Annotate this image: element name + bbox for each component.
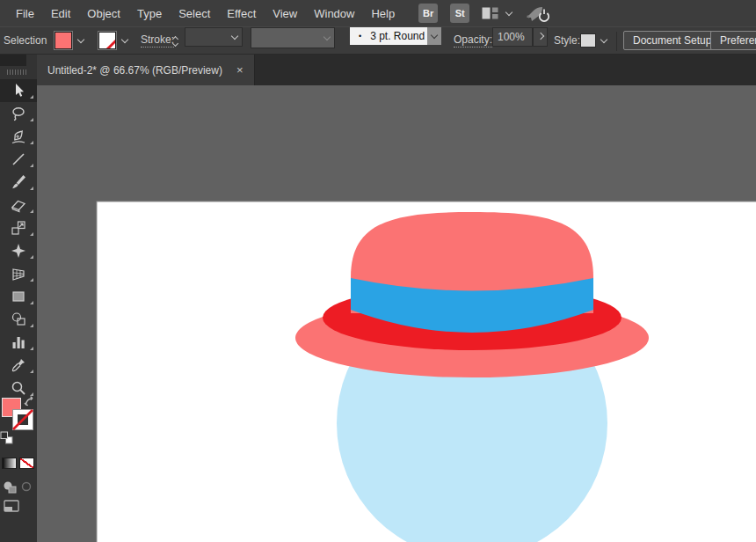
stroke-chevron-down-icon[interactable] [121,35,128,42]
variable-width-profile-dropdown[interactable] [251,27,335,48]
eraser-tool[interactable] [0,194,37,216]
tools-panel-header[interactable] [0,55,26,66]
fill-stroke-indicator [0,396,37,447]
quick-access-bar: Br St [418,4,552,23]
gradient-button[interactable] [2,458,17,469]
chevron-down-icon [323,33,331,40]
fill-chevron-down-icon[interactable] [77,35,84,42]
shape-builder-tool[interactable] [0,308,37,331]
menu-effect[interactable]: Effect [227,7,256,20]
draw-normal-icon[interactable] [3,480,17,494]
fill-color-swatch[interactable] [55,32,72,49]
line-segment-tool[interactable] [0,148,37,171]
selection-tool[interactable] [0,79,37,102]
chevron-down-icon [231,32,238,39]
stock-button[interactable]: St [450,4,469,23]
brush-preview-dot: • [359,32,361,40]
document-setup-button[interactable]: Document Setup [623,31,721,50]
lasso-tool[interactable] [0,102,37,125]
style-swatch[interactable] [580,33,596,48]
scale-tool[interactable] [0,216,37,239]
preferences-button[interactable]: Preferences [710,31,756,50]
chevron-down-icon [431,31,438,38]
paintbrush-tool[interactable] [0,171,37,194]
opacity-label[interactable]: Opacity: [454,33,492,48]
menu-view[interactable]: View [273,7,297,20]
default-fill-stroke-icon[interactable] [0,431,13,444]
curvature-tool[interactable] [0,125,37,148]
opacity-field[interactable]: 100% [492,27,533,47]
perspective-grid-tool[interactable] [0,262,37,285]
stroke-label[interactable]: Stroke: [141,33,174,48]
style-label: Style: [554,34,580,47]
column-graph-tool[interactable] [0,331,37,354]
separator [616,32,617,51]
chevron-down-icon [505,8,512,15]
menu-help[interactable]: Help [371,7,395,20]
menu-bar: File Edit Object Type Select Effect View… [0,0,756,26]
stroke-width-stepper[interactable] [173,27,178,54]
tab-close-icon[interactable]: × [236,63,244,77]
rectangle-tool[interactable] [0,285,37,308]
bridge-button[interactable]: Br [418,4,438,23]
document-canvas[interactable] [37,85,756,542]
stepper-down-icon[interactable] [172,40,178,47]
tools-panel [0,55,37,542]
stroke-width-dropdown[interactable] [185,27,243,47]
menu-edit[interactable]: Edit [51,7,70,20]
color-mode-row [0,458,37,470]
style-chevron-down-icon[interactable] [600,35,607,42]
swap-fill-stroke-icon[interactable] [24,395,35,406]
menu-type[interactable]: Type [137,7,162,20]
tools-panel-grip[interactable] [7,70,26,75]
opacity-value: 100% [498,31,525,43]
document-tab[interactable]: Untitled-2* @ 66.67% (RGB/Preview) × [37,55,255,85]
selection-context-label: Selection [4,34,47,47]
workspace-switcher[interactable] [482,7,512,19]
illustrator-window: File Edit Object Type Select Effect View… [0,0,756,542]
screen-mode-icon[interactable] [4,500,19,513]
menu-object[interactable]: Object [87,7,120,20]
control-bar: Selection Stroke: • [0,26,756,55]
brush-definition-chevron[interactable] [427,27,441,45]
draw-behind-icon[interactable] [20,480,33,493]
opacity-expand-button[interactable] [533,27,548,47]
brush-definition-dropdown[interactable]: • 3 pt. Round [350,27,427,45]
document-tab-bar: Untitled-2* @ 66.67% (RGB/Preview) × [37,55,756,85]
brush-definition-value: 3 pt. Round [370,30,425,42]
tool-list [0,79,37,399]
artwork-canvas[interactable] [37,85,756,542]
gpu-performance-icon[interactable] [526,4,552,22]
chevron-right-icon [536,32,543,39]
star-tool[interactable] [0,239,37,262]
none-slash-icon [98,32,116,49]
none-button[interactable] [19,458,34,469]
workspace-switcher-icon [482,7,498,19]
menu-select[interactable]: Select [178,7,210,20]
stroke-color-box[interactable] [12,409,33,430]
menu-file[interactable]: File [16,7,34,20]
menu-window[interactable]: Window [314,7,354,20]
drawing-modes [0,480,37,494]
document-tab-title: Untitled-2* @ 66.67% (RGB/Preview) [47,64,222,77]
stroke-color-swatch[interactable] [98,32,116,49]
eyedropper-tool[interactable] [0,354,37,377]
